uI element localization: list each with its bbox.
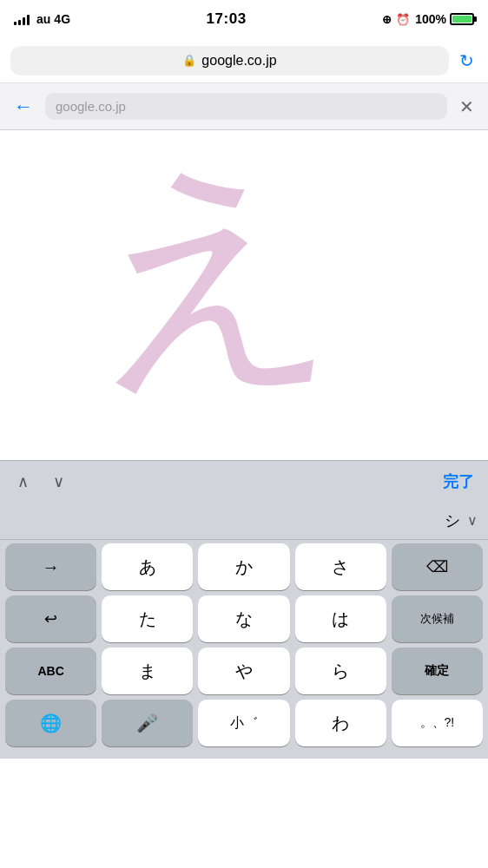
battery-fill	[452, 16, 472, 23]
keyboard-row-2: ↩ た な は 次候補	[0, 595, 488, 642]
main-content: え	[0, 130, 488, 460]
key-return[interactable]: ↩	[5, 595, 96, 642]
key-backspace[interactable]: ⌫	[392, 543, 483, 590]
keyboard: → あ か さ ⌫ ↩ た な は 次候補 ABC ま や ら 確定 🌐 🎤 小…	[0, 540, 488, 759]
alarm-icon: ⏰	[396, 13, 410, 26]
search-placeholder: google.co.jp	[56, 99, 126, 114]
kana-preview-character: え	[76, 137, 346, 401]
search-bar-area: ← google.co.jp ✕	[0, 83, 488, 130]
key-small[interactable]: 小゛	[198, 700, 289, 746]
key-ha[interactable]: は	[295, 595, 386, 642]
battery-percent: 100%	[415, 12, 446, 26]
status-bar: au 4G 17:03 ⊕ ⏰ 100%	[0, 0, 488, 38]
keyboard-toolbar: ∧ ∨ 完了	[0, 460, 488, 502]
network-label: 4G	[54, 12, 70, 26]
key-mic[interactable]: 🎤	[102, 700, 193, 746]
status-icons: ⊕ ⏰	[382, 13, 410, 26]
lock-icon: 🔒	[182, 54, 196, 67]
search-input[interactable]: google.co.jp	[45, 93, 447, 120]
key-abc[interactable]: ABC	[5, 648, 96, 694]
toolbar-down-button[interactable]: ∨	[49, 469, 68, 495]
keyboard-row-1: → あ か さ ⌫	[0, 543, 488, 590]
key-ya[interactable]: や	[198, 648, 289, 694]
key-ka[interactable]: か	[198, 543, 289, 590]
carrier-label: au	[36, 12, 50, 26]
suggestion-bar: シ ∨	[0, 502, 488, 540]
key-ta[interactable]: た	[102, 595, 193, 642]
battery-container: 100%	[415, 12, 474, 26]
back-button[interactable]: ←	[10, 95, 36, 118]
key-sa[interactable]: さ	[295, 543, 386, 590]
key-ra[interactable]: ら	[295, 648, 386, 694]
key-wa[interactable]: わ	[295, 700, 386, 746]
keyboard-row-4: 🌐 🎤 小゛ わ 。、?!	[0, 700, 488, 746]
toolbar-nav: ∧ ∨	[14, 469, 68, 495]
battery-icon	[450, 13, 474, 25]
suggestion-expand-icon[interactable]: ∨	[467, 512, 478, 529]
key-arrow-right[interactable]: →	[5, 543, 96, 590]
toolbar-done-button[interactable]: 完了	[443, 471, 474, 492]
suggestion-text[interactable]: シ	[445, 510, 460, 531]
location-icon: ⊕	[382, 13, 392, 26]
url-input-area[interactable]: 🔒 google.co.jp	[10, 46, 449, 76]
url-bar: 🔒 google.co.jp ↻	[0, 38, 488, 83]
status-right: ⊕ ⏰ 100%	[382, 12, 474, 26]
toolbar-up-button[interactable]: ∧	[14, 469, 32, 495]
status-time: 17:03	[207, 10, 247, 28]
status-left: au 4G	[14, 12, 70, 26]
key-next-candidate[interactable]: 次候補	[392, 595, 483, 642]
key-a[interactable]: あ	[102, 543, 193, 590]
reload-button[interactable]: ↻	[456, 47, 478, 75]
url-text: google.co.jp	[201, 53, 276, 69]
close-button[interactable]: ✕	[456, 96, 478, 117]
key-globe[interactable]: 🌐	[5, 700, 96, 746]
key-confirm[interactable]: 確定	[392, 648, 483, 694]
signal-bars	[14, 13, 30, 25]
key-ma[interactable]: ま	[102, 648, 193, 694]
key-na[interactable]: な	[198, 595, 289, 642]
key-punctuation[interactable]: 。、?!	[392, 700, 483, 746]
keyboard-row-3: ABC ま や ら 確定	[0, 648, 488, 694]
